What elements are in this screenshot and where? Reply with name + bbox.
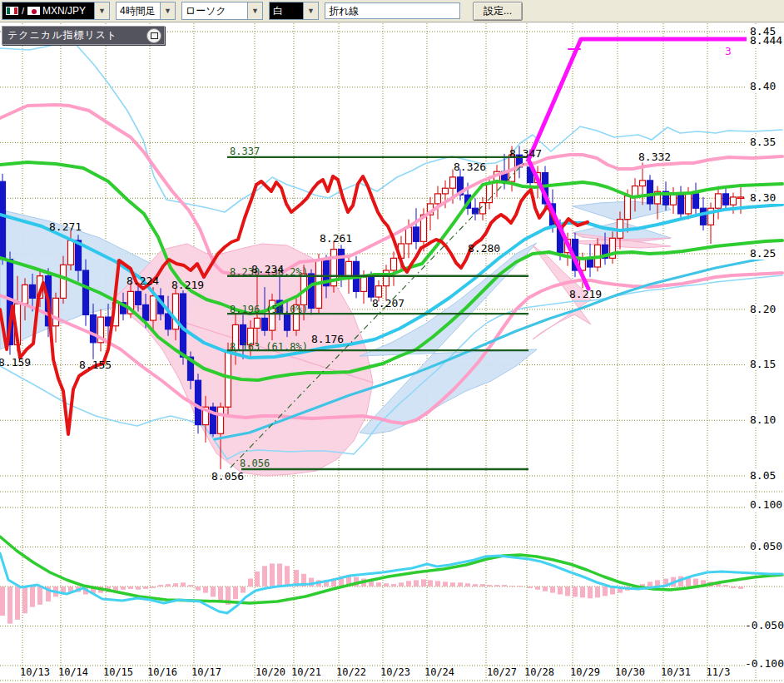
chart-toolbar: / MXN/JPY ▼ 4時間足 ▼ ローソク ▼ 白 ▼ 折れ線 設定... (0, 0, 784, 22)
mexico-flag-icon (6, 7, 18, 15)
date-axis-label: 10/28 (524, 666, 554, 678)
price-annotation: 8.219 (569, 288, 602, 300)
settings-button[interactable]: 設定... (473, 2, 523, 21)
price-axis-label: -0.100 (745, 657, 784, 670)
price-axis-label: 8.40 (750, 80, 776, 92)
timeframe-select[interactable]: 4時間足 ▼ (116, 2, 176, 20)
price-annotation: 8.176 (311, 333, 344, 345)
line-mode-input[interactable]: 折れ線 (325, 2, 460, 19)
date-axis-label: 10/13 (20, 666, 50, 678)
price-annotation: 8.219 (171, 279, 204, 291)
panel-collapse-button[interactable] (146, 28, 161, 43)
date-axis-label: 10/27 (487, 666, 517, 678)
color-select[interactable]: 白 ▼ (269, 2, 319, 20)
fib-level-label: 8.337 (230, 146, 260, 157)
date-axis-label: 11/3 (707, 666, 731, 678)
price-annotation: 8.224 (127, 275, 159, 287)
symbol-select[interactable]: / MXN/JPY ▼ (2, 2, 110, 20)
price-annotation: 8.347 (509, 147, 542, 160)
date-axis-label: 10/24 (424, 666, 454, 678)
chart-style-select[interactable]: ローソク ▼ (181, 2, 263, 20)
price-annotation: 8.207 (372, 297, 404, 309)
chart-style-dropdown-arrow-icon[interactable]: ▼ (247, 2, 262, 19)
price-annotation: 8.234 (251, 263, 284, 275)
date-axis-label: 10/29 (570, 666, 600, 678)
date-axis-label: 10/22 (336, 666, 366, 678)
date-axis-label: 10/23 (380, 666, 410, 678)
price-axis-label: 8.35 (750, 136, 776, 148)
timeframe-dropdown-arrow-icon[interactable]: ▼ (160, 2, 175, 19)
date-axis-label: 10/21 (291, 666, 321, 678)
date-axis-label: 10/15 (103, 666, 133, 678)
price-annotation: 8.056 (211, 470, 244, 483)
date-axis-label: 10/30 (615, 666, 645, 678)
price-annotation: 8.332 (638, 151, 671, 163)
date-axis-label: 10/14 (58, 666, 88, 678)
price-annotation: 8.155 (79, 359, 112, 371)
price-chart-canvas[interactable]: 8.3378.230 (38.2%)8.196 (50.0%)8.163 (61… (0, 0, 784, 683)
fib-level-label: 8.163 (61.8%) (230, 341, 308, 353)
symbol-dropdown-arrow-icon[interactable]: ▼ (94, 2, 109, 19)
price-axis-label: 8.444 (750, 34, 782, 47)
price-axis-label: 0.100 (750, 498, 782, 511)
fib-level-label: 8.056 (240, 458, 270, 469)
price-annotation: 8.326 (454, 161, 486, 173)
price-axis-label: 8.15 (750, 358, 776, 370)
price-axis-label: 8.30 (750, 191, 776, 204)
symbol-label: MXN/JPY (42, 5, 86, 17)
timeframe-label: 4時間足 (117, 2, 160, 19)
restore-window-icon (151, 32, 158, 39)
date-axis-label: 10/31 (661, 666, 691, 678)
price-axis-label: 8.20 (750, 303, 776, 315)
fib-level-label: 8.196 (50.0%) (230, 304, 308, 315)
technical-indicator-list-panel[interactable]: テクニカル指標リスト (2, 26, 165, 45)
price-axis-label: 0.050 (750, 540, 782, 552)
flag-separator: / (22, 6, 24, 16)
date-axis-label: 10/16 (147, 666, 177, 678)
price-axis-label: -0.050 (745, 619, 784, 631)
price-axis-label: 8.25 (750, 247, 776, 260)
price-annotation: 8.261 (320, 232, 352, 245)
date-axis-label: 10/20 (256, 666, 285, 678)
forecast-point-label: 3 (725, 45, 732, 57)
color-label: 白 (270, 2, 303, 19)
chart-application: 8.3378.230 (38.2%)8.196 (50.0%)8.163 (61… (0, 0, 784, 683)
date-axis-label: 10/17 (191, 666, 221, 678)
price-annotation: 8.271 (49, 220, 82, 233)
price-annotation: 8.159 (0, 356, 31, 369)
color-dropdown-arrow-icon[interactable]: ▼ (303, 2, 318, 19)
price-annotation: 8.280 (468, 242, 500, 255)
chart-style-label: ローソク (182, 2, 247, 19)
japan-flag-icon (27, 7, 40, 15)
panel-title: テクニカル指標リスト (7, 28, 117, 42)
price-axis-label: 8.10 (750, 413, 776, 426)
price-axis-label: 8.05 (750, 469, 776, 482)
chart-svg: 8.3378.230 (38.2%)8.196 (50.0%)8.163 (61… (0, 0, 784, 683)
